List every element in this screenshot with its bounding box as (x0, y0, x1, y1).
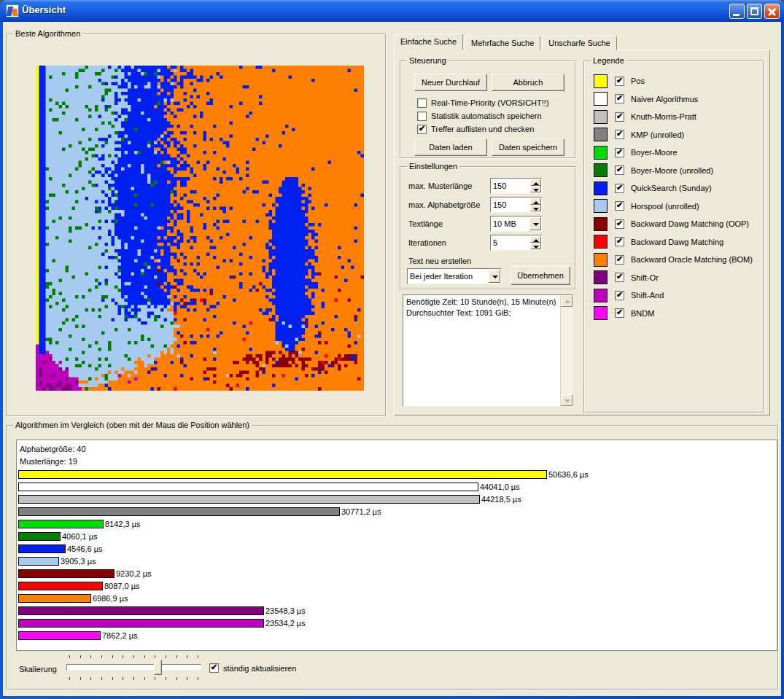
comparison-chart-panel[interactable]: Alphabetgröße: 40 Musterlänge: 19 50636,… (16, 440, 777, 651)
spin-up-icon[interactable] (530, 179, 541, 186)
legend-checkbox-boyer-moore[interactable] (615, 148, 624, 157)
checkbox-row: Statistik automatisch speichern (417, 111, 549, 121)
legend-label: Shift-And (631, 291, 664, 300)
recreate-text-combobox[interactable]: Bei jeder Iteration (407, 268, 502, 284)
tab-mehrfache-suche[interactable]: Mehrfache Suche (465, 36, 540, 50)
memo-scrollbar[interactable] (560, 295, 573, 406)
maximize-button[interactable] (747, 4, 762, 19)
spin-down-icon[interactable] (530, 186, 541, 192)
load-data-button[interactable]: Daten laden (414, 138, 487, 156)
slider-thumb[interactable] (154, 660, 162, 675)
checkbox-treffer-auflisten-und-checken[interactable] (417, 125, 427, 134)
tab-einfache-suche[interactable]: Einfache Suche (394, 34, 463, 50)
steuerung-title: Steuerung (407, 56, 449, 65)
tick-mark (90, 655, 91, 658)
checkbox-statistik-automatisch-speichern[interactable] (417, 112, 427, 121)
legend-checkbox-shift-or[interactable] (615, 273, 624, 282)
legend-swatch (594, 163, 608, 177)
legend-swatch (594, 146, 608, 160)
checkbox-real-time-priority-vorsicht[interactable] (417, 98, 427, 108)
legend-checkbox-backward-dawg-matching-oop[interactable] (615, 219, 624, 229)
bar-backward-oracle-matching-bom (18, 594, 91, 603)
legend-item: Naiver Algorithmus (594, 90, 753, 109)
settings-row: Textlänge10 MB (408, 216, 569, 235)
tick-mark (123, 677, 123, 680)
spin-up-icon[interactable] (530, 236, 541, 243)
spin-input-max-musterlänge[interactable]: 150 (490, 178, 543, 194)
bar-row-naiver-algorithmus: 44041,0 µs (18, 482, 589, 492)
spin-buttons (530, 236, 541, 249)
bar-row-horspool-unrolled: 3905,3 µs (18, 556, 589, 566)
legende-title: Legende (591, 56, 626, 65)
skalierung-slider[interactable] (66, 654, 201, 682)
legend-checkbox-bndm[interactable] (615, 308, 624, 318)
save-data-button[interactable]: Daten speichern (492, 138, 564, 156)
minimize-button[interactable] (729, 4, 745, 19)
bar-row-bndm: 7862,2 µs (18, 630, 589, 641)
field-label: Textlänge (408, 219, 443, 228)
close-button[interactable] (764, 4, 780, 19)
titlebar[interactable]: Übersicht (0, 0, 784, 22)
legend-checkbox-boyer-moore-unrolled[interactable] (615, 165, 624, 175)
bar-row-boyer-moore: 8142,3 µs (18, 519, 589, 529)
best-algorithms-heatmap[interactable] (36, 66, 364, 391)
legend-item: Backward Dawg Matching (594, 233, 753, 251)
spin-value: 150 (493, 200, 506, 209)
scroll-up-icon[interactable] (561, 295, 573, 307)
legend-checkbox-kmp-unrolled[interactable] (615, 130, 624, 139)
bar-value-label: 7862,2 µs (102, 631, 138, 640)
checkbox-row: Real-Time-Priority (VORSICHT!!) (417, 98, 549, 108)
spin-buttons (530, 198, 541, 211)
tick-mark (90, 677, 91, 680)
legend-item: Boyer-Moore (594, 144, 753, 162)
scroll-down-icon[interactable] (561, 394, 573, 406)
slider-ticks-top (69, 655, 198, 658)
spin-up-icon[interactable] (530, 198, 541, 205)
legend-label: Naiver Algorithmus (631, 95, 698, 104)
spin-input-max-alphabetgröße[interactable]: 150 (490, 197, 543, 213)
legend-label: Boyer-Moore (unrolled) (631, 166, 713, 175)
settings-row: max. Musterlänge150 (408, 178, 569, 197)
tick-mark (101, 677, 102, 680)
legend-checkbox-backward-oracle-matching-bom[interactable] (615, 255, 624, 265)
update-checkbox-label: ständig aktualisieren (223, 664, 296, 673)
status-memo[interactable]: Benötigte Zeit: 10 Stunde(n), 15 Minute(… (403, 294, 573, 407)
bar-value-label: 4546,6 µs (67, 544, 103, 553)
bar-knuth-morris-pratt (18, 495, 480, 504)
legend-checkbox-naiver-algorithmus[interactable] (615, 94, 624, 104)
legend-checkbox-shift-and[interactable] (615, 291, 624, 300)
legend-checkbox-knuth-morris-pratt[interactable] (615, 112, 624, 122)
bar-chart: 50636,6 µs44041,0 µs44218,5 µs30771,2 µs… (18, 469, 589, 643)
update-checkbox[interactable] (209, 663, 219, 673)
checkbox-label: Treffer auflisten und checken (431, 125, 534, 133)
bar-shift-or (18, 606, 264, 615)
slider-ticks-bottom (69, 677, 198, 680)
new-run-button[interactable]: Neuer Durchlauf (414, 74, 487, 91)
spin-down-icon[interactable] (530, 243, 541, 249)
spin-input-iterationen[interactable]: 5 (490, 235, 543, 251)
slider-channel[interactable] (66, 664, 201, 671)
tick-mark (155, 677, 155, 680)
tab-strip: Einfache SucheMehrfache SucheUnscharfe S… (394, 34, 618, 50)
combo-dropdown-icon[interactable] (489, 270, 500, 283)
spin-down-icon[interactable] (530, 205, 541, 211)
tick-mark (176, 677, 177, 680)
apply-button[interactable]: Übernehmen (511, 266, 570, 285)
legend-checkbox-quicksearch-sunday[interactable] (615, 184, 624, 193)
legend-checkbox-horspool-unrolled[interactable] (615, 201, 624, 211)
legend-swatch (594, 289, 608, 302)
legend-checkbox-pos[interactable] (615, 77, 624, 86)
spin-value: 150 (493, 181, 506, 190)
legend-checkbox-backward-dawg-matching[interactable] (615, 237, 624, 246)
combo-input-textlänge[interactable]: 10 MB (490, 216, 543, 232)
combo-value: 10 MB (493, 219, 516, 228)
combo-dropdown-icon[interactable] (529, 217, 541, 230)
legend-item: QuickSearch (Sunday) (594, 179, 753, 198)
client-area: Beste Algorithmen Einfache SucheMehrfach… (3, 22, 781, 696)
abort-button[interactable]: Abbruch (492, 74, 564, 91)
tab-unscharfe-suche[interactable]: Unscharfe Suche (542, 36, 616, 50)
window-title: Übersicht (22, 4, 66, 15)
field-label: max. Musterlänge (408, 181, 472, 190)
tick-mark (176, 655, 177, 658)
legend-swatch (594, 181, 608, 195)
